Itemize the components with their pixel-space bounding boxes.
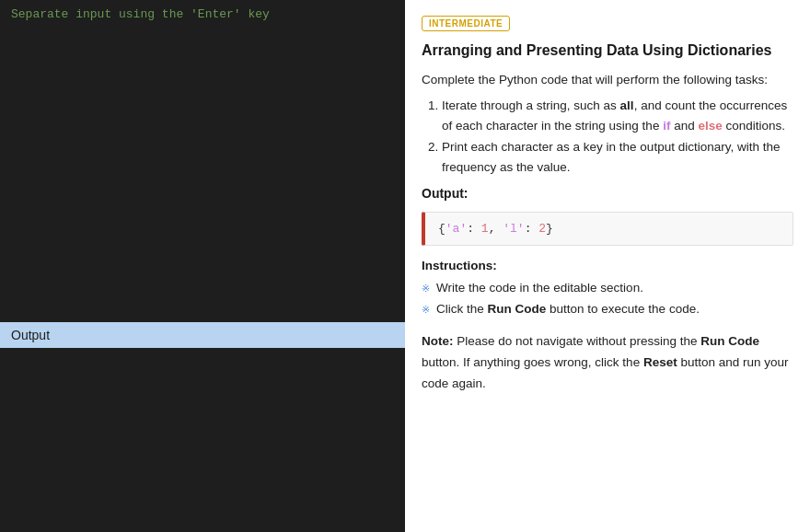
instruction-1-text: Write the code in the editable section. (436, 281, 643, 295)
output-colon-2: : (525, 222, 539, 236)
code-hint: Separate input using the 'Enter' key (11, 7, 270, 21)
task-item-1: Iterate through a string, such as all, a… (442, 96, 793, 135)
output-brace-open: { (438, 222, 446, 236)
output-colon-1: : (467, 222, 481, 236)
task1-text-after: conditions. (723, 119, 785, 133)
task1-bold-all: all (620, 98, 634, 112)
note-text-3: button. If anything goes wrong, click th… (422, 355, 643, 369)
output-code-box: {'a': 1, 'l': 2} (422, 212, 793, 246)
task2-text: Print each character as a key in the out… (442, 140, 780, 174)
note-bold: Note: (422, 334, 454, 348)
instruction-2-text-before: Click the (436, 302, 488, 316)
task1-and: and (670, 119, 698, 133)
output-label: Output (11, 328, 50, 342)
note-run-code: Run Code (700, 334, 759, 348)
right-panel: INTERMEDIATE Arranging and Presenting Da… (405, 0, 810, 532)
instruction-item-1: Write the code in the editable section. (422, 278, 793, 299)
output-brace-close: } (546, 222, 553, 236)
output-area (0, 348, 405, 532)
left-panel: Separate input using the 'Enter' key Out… (0, 0, 405, 532)
instruction-2-run-code: Run Code (488, 302, 547, 316)
output-val-1: 1 (481, 222, 489, 236)
output-val-2: 2 (538, 222, 546, 236)
output-comma: , (489, 222, 503, 236)
task-list: Iterate through a string, such as all, a… (422, 96, 793, 177)
difficulty-badge: INTERMEDIATE (422, 16, 510, 31)
intro-text: Complete the Python code that will perfo… (422, 70, 793, 90)
code-editor[interactable]: Separate input using the 'Enter' key (0, 0, 405, 322)
note-section: Note: Please do not navigate without pre… (422, 331, 793, 395)
instruction-item-2: Click the Run Code button to execute the… (422, 299, 793, 320)
keyword-else: else (698, 119, 722, 133)
output-label-bar: Output (0, 322, 405, 348)
instruction-2-text-after: button to execute the code. (546, 302, 700, 316)
instructions-list: Write the code in the editable section. … (422, 278, 793, 320)
note-reset: Reset (643, 355, 677, 369)
task-item-2: Print each character as a key in the out… (442, 137, 793, 177)
output-section-label: Output: (422, 186, 793, 201)
output-key-l: 'l' (503, 222, 524, 236)
note-text-2: Please do not navigate without pressing … (454, 334, 701, 348)
page-title: Arranging and Presenting Data Using Dict… (422, 40, 793, 61)
output-key-a: 'a' (446, 222, 467, 236)
task1-text-before: Iterate through a string, such as (442, 98, 620, 112)
instructions-label: Instructions: (422, 259, 793, 272)
